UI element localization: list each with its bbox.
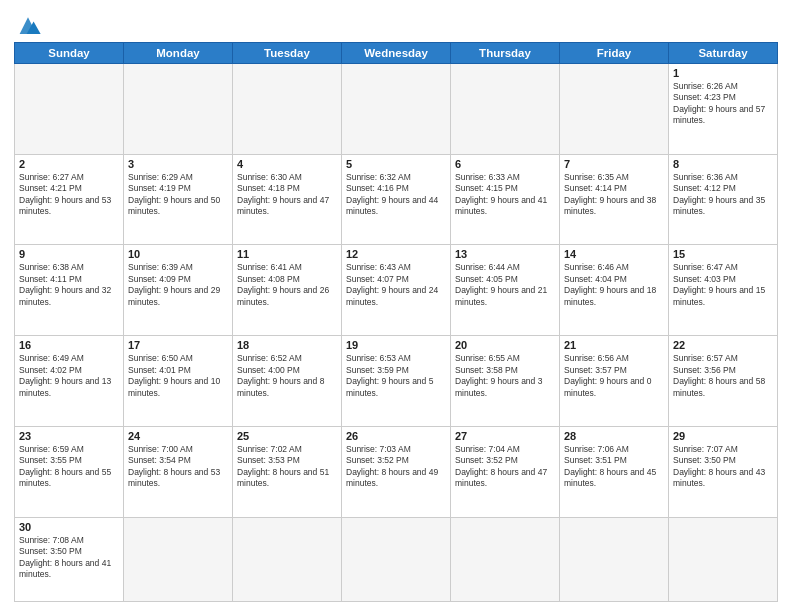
day-info: Sunrise: 6:57 AMSunset: 3:56 PMDaylight:…: [673, 353, 773, 399]
calendar-week-row: 1Sunrise: 6:26 AMSunset: 4:23 PMDaylight…: [15, 64, 778, 155]
calendar-day-cell: 28Sunrise: 7:06 AMSunset: 3:51 PMDayligh…: [560, 426, 669, 517]
day-number: 17: [128, 339, 228, 351]
calendar-day-cell: 21Sunrise: 6:56 AMSunset: 3:57 PMDayligh…: [560, 336, 669, 427]
day-info: Sunrise: 6:41 AMSunset: 4:08 PMDaylight:…: [237, 262, 337, 308]
day-number: 22: [673, 339, 773, 351]
logo-icon: [14, 14, 42, 36]
calendar-day-cell: [124, 517, 233, 601]
day-info: Sunrise: 6:39 AMSunset: 4:09 PMDaylight:…: [128, 262, 228, 308]
day-number: 13: [455, 248, 555, 260]
calendar-day-cell: 1Sunrise: 6:26 AMSunset: 4:23 PMDaylight…: [669, 64, 778, 155]
calendar-day-cell: 2Sunrise: 6:27 AMSunset: 4:21 PMDaylight…: [15, 154, 124, 245]
calendar-day-cell: [560, 64, 669, 155]
day-info: Sunrise: 7:08 AMSunset: 3:50 PMDaylight:…: [19, 535, 119, 581]
page: Sunday Monday Tuesday Wednesday Thursday…: [0, 0, 792, 612]
calendar-day-cell: 7Sunrise: 6:35 AMSunset: 4:14 PMDaylight…: [560, 154, 669, 245]
day-number: 29: [673, 430, 773, 442]
calendar-day-cell: 20Sunrise: 6:55 AMSunset: 3:58 PMDayligh…: [451, 336, 560, 427]
col-saturday: Saturday: [669, 43, 778, 64]
calendar-day-cell: 24Sunrise: 7:00 AMSunset: 3:54 PMDayligh…: [124, 426, 233, 517]
calendar-week-row: 16Sunrise: 6:49 AMSunset: 4:02 PMDayligh…: [15, 336, 778, 427]
day-info: Sunrise: 6:56 AMSunset: 3:57 PMDaylight:…: [564, 353, 664, 399]
day-number: 28: [564, 430, 664, 442]
day-info: Sunrise: 6:43 AMSunset: 4:07 PMDaylight:…: [346, 262, 446, 308]
day-info: Sunrise: 6:32 AMSunset: 4:16 PMDaylight:…: [346, 172, 446, 218]
day-info: Sunrise: 6:46 AMSunset: 4:04 PMDaylight:…: [564, 262, 664, 308]
col-monday: Monday: [124, 43, 233, 64]
calendar-day-cell: 5Sunrise: 6:32 AMSunset: 4:16 PMDaylight…: [342, 154, 451, 245]
day-number: 20: [455, 339, 555, 351]
calendar-day-cell: 16Sunrise: 6:49 AMSunset: 4:02 PMDayligh…: [15, 336, 124, 427]
day-info: Sunrise: 6:55 AMSunset: 3:58 PMDaylight:…: [455, 353, 555, 399]
calendar-week-row: 9Sunrise: 6:38 AMSunset: 4:11 PMDaylight…: [15, 245, 778, 336]
col-sunday: Sunday: [15, 43, 124, 64]
calendar-day-cell: 30Sunrise: 7:08 AMSunset: 3:50 PMDayligh…: [15, 517, 124, 601]
day-number: 15: [673, 248, 773, 260]
day-info: Sunrise: 7:06 AMSunset: 3:51 PMDaylight:…: [564, 444, 664, 490]
day-number: 8: [673, 158, 773, 170]
calendar-day-cell: [669, 517, 778, 601]
day-info: Sunrise: 6:30 AMSunset: 4:18 PMDaylight:…: [237, 172, 337, 218]
calendar-day-cell: 13Sunrise: 6:44 AMSunset: 4:05 PMDayligh…: [451, 245, 560, 336]
day-info: Sunrise: 6:38 AMSunset: 4:11 PMDaylight:…: [19, 262, 119, 308]
calendar-day-cell: [560, 517, 669, 601]
day-info: Sunrise: 6:44 AMSunset: 4:05 PMDaylight:…: [455, 262, 555, 308]
day-number: 11: [237, 248, 337, 260]
day-number: 24: [128, 430, 228, 442]
day-number: 12: [346, 248, 446, 260]
calendar-day-cell: [451, 517, 560, 601]
calendar-day-cell: 27Sunrise: 7:04 AMSunset: 3:52 PMDayligh…: [451, 426, 560, 517]
calendar-day-cell: 23Sunrise: 6:59 AMSunset: 3:55 PMDayligh…: [15, 426, 124, 517]
day-info: Sunrise: 6:27 AMSunset: 4:21 PMDaylight:…: [19, 172, 119, 218]
logo: [14, 14, 46, 36]
day-number: 5: [346, 158, 446, 170]
calendar-table: Sunday Monday Tuesday Wednesday Thursday…: [14, 42, 778, 602]
calendar-day-cell: 9Sunrise: 6:38 AMSunset: 4:11 PMDaylight…: [15, 245, 124, 336]
calendar-day-cell: [15, 64, 124, 155]
day-info: Sunrise: 6:33 AMSunset: 4:15 PMDaylight:…: [455, 172, 555, 218]
calendar-day-cell: 25Sunrise: 7:02 AMSunset: 3:53 PMDayligh…: [233, 426, 342, 517]
header: [14, 10, 778, 36]
day-info: Sunrise: 6:47 AMSunset: 4:03 PMDaylight:…: [673, 262, 773, 308]
day-info: Sunrise: 7:02 AMSunset: 3:53 PMDaylight:…: [237, 444, 337, 490]
day-info: Sunrise: 6:35 AMSunset: 4:14 PMDaylight:…: [564, 172, 664, 218]
calendar-day-cell: [124, 64, 233, 155]
day-info: Sunrise: 6:36 AMSunset: 4:12 PMDaylight:…: [673, 172, 773, 218]
day-number: 30: [19, 521, 119, 533]
day-number: 18: [237, 339, 337, 351]
day-info: Sunrise: 7:04 AMSunset: 3:52 PMDaylight:…: [455, 444, 555, 490]
day-number: 1: [673, 67, 773, 79]
col-wednesday: Wednesday: [342, 43, 451, 64]
calendar-day-cell: 6Sunrise: 6:33 AMSunset: 4:15 PMDaylight…: [451, 154, 560, 245]
day-info: Sunrise: 6:26 AMSunset: 4:23 PMDaylight:…: [673, 81, 773, 127]
day-number: 14: [564, 248, 664, 260]
day-number: 19: [346, 339, 446, 351]
col-thursday: Thursday: [451, 43, 560, 64]
day-number: 21: [564, 339, 664, 351]
day-info: Sunrise: 7:07 AMSunset: 3:50 PMDaylight:…: [673, 444, 773, 490]
calendar-day-cell: 10Sunrise: 6:39 AMSunset: 4:09 PMDayligh…: [124, 245, 233, 336]
calendar-week-row: 2Sunrise: 6:27 AMSunset: 4:21 PMDaylight…: [15, 154, 778, 245]
calendar-header-row: Sunday Monday Tuesday Wednesday Thursday…: [15, 43, 778, 64]
day-info: Sunrise: 6:29 AMSunset: 4:19 PMDaylight:…: [128, 172, 228, 218]
calendar-day-cell: 8Sunrise: 6:36 AMSunset: 4:12 PMDaylight…: [669, 154, 778, 245]
calendar-day-cell: 18Sunrise: 6:52 AMSunset: 4:00 PMDayligh…: [233, 336, 342, 427]
day-info: Sunrise: 6:50 AMSunset: 4:01 PMDaylight:…: [128, 353, 228, 399]
calendar-day-cell: 12Sunrise: 6:43 AMSunset: 4:07 PMDayligh…: [342, 245, 451, 336]
day-info: Sunrise: 6:53 AMSunset: 3:59 PMDaylight:…: [346, 353, 446, 399]
col-friday: Friday: [560, 43, 669, 64]
day-number: 3: [128, 158, 228, 170]
col-tuesday: Tuesday: [233, 43, 342, 64]
day-number: 23: [19, 430, 119, 442]
calendar-day-cell: 22Sunrise: 6:57 AMSunset: 3:56 PMDayligh…: [669, 336, 778, 427]
calendar-day-cell: 3Sunrise: 6:29 AMSunset: 4:19 PMDaylight…: [124, 154, 233, 245]
calendar-day-cell: [342, 64, 451, 155]
calendar-week-row: 30Sunrise: 7:08 AMSunset: 3:50 PMDayligh…: [15, 517, 778, 601]
day-info: Sunrise: 7:03 AMSunset: 3:52 PMDaylight:…: [346, 444, 446, 490]
day-number: 7: [564, 158, 664, 170]
day-info: Sunrise: 6:52 AMSunset: 4:00 PMDaylight:…: [237, 353, 337, 399]
day-number: 16: [19, 339, 119, 351]
calendar-day-cell: 4Sunrise: 6:30 AMSunset: 4:18 PMDaylight…: [233, 154, 342, 245]
day-number: 27: [455, 430, 555, 442]
day-number: 6: [455, 158, 555, 170]
